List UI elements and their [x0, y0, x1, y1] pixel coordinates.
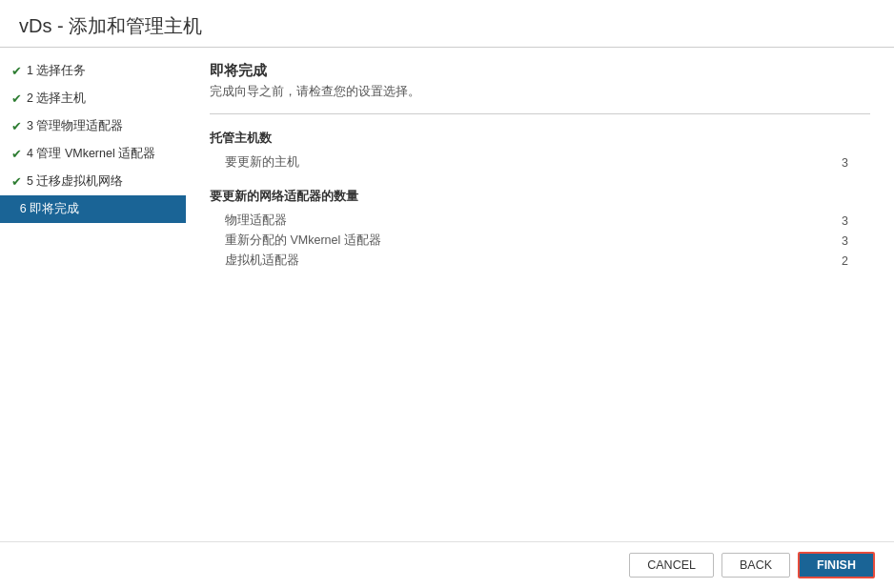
info-group-title-2: 要更新的网络适配器的数量 — [210, 188, 870, 205]
section-subtitle: 完成向导之前，请检查您的设置选择。 — [210, 84, 870, 100]
check-icon-1: ✔ — [11, 64, 22, 78]
sidebar-item-label-6: 6 即将完成 — [20, 201, 176, 217]
page-title: vDs - 添加和管理主机 — [19, 13, 875, 39]
footer: CANCEL BACK FINISH — [0, 541, 894, 588]
sidebar-item-label-1: 1 选择任务 — [27, 63, 176, 79]
info-row-label-1-1: 要更新的主机 — [225, 154, 842, 171]
section-title: 即将完成 — [210, 62, 870, 80]
sidebar-item-4[interactable]: ✔ 4 管理 VMkernel 适配器 — [0, 140, 186, 168]
sidebar-item-2[interactable]: ✔ 2 选择主机 — [0, 85, 186, 112]
info-group-1: 托管主机数 要更新的主机 3 — [210, 130, 870, 172]
check-icon-3: ✔ — [11, 119, 22, 133]
sidebar-item-label-4: 4 管理 VMkernel 适配器 — [27, 146, 176, 162]
sidebar-item-5[interactable]: ✔ 5 迁移虚拟机网络 — [0, 168, 186, 195]
info-row-value-2-1: 3 — [842, 214, 870, 228]
check-icon-6 — [11, 202, 15, 216]
check-icon-4: ✔ — [11, 147, 22, 161]
page-header: vDs - 添加和管理主机 — [0, 0, 894, 48]
section-divider — [210, 113, 870, 114]
main-content: ✔ 1 选择任务 ✔ 2 选择主机 ✔ 3 管理物理适配器 ✔ 4 管理 VMk… — [0, 48, 894, 541]
info-row-1-1: 要更新的主机 3 — [210, 152, 870, 172]
info-row-label-2-1: 物理适配器 — [225, 213, 842, 229]
content-area: 即将完成 完成向导之前，请检查您的设置选择。 托管主机数 要更新的主机 3 要更… — [186, 48, 894, 541]
info-group-2: 要更新的网络适配器的数量 物理适配器 3 重新分配的 VMkernel 适配器 … — [210, 188, 870, 271]
info-row-value-2-3: 2 — [842, 254, 870, 268]
info-row-label-2-2: 重新分配的 VMkernel 适配器 — [225, 233, 842, 249]
info-row-value-2-2: 3 — [842, 234, 870, 248]
sidebar: ✔ 1 选择任务 ✔ 2 选择主机 ✔ 3 管理物理适配器 ✔ 4 管理 VMk… — [0, 48, 186, 541]
sidebar-item-label-3: 3 管理物理适配器 — [27, 118, 176, 134]
check-icon-5: ✔ — [11, 174, 22, 189]
sidebar-item-label-5: 5 迁移虚拟机网络 — [27, 173, 176, 190]
check-icon-2: ✔ — [11, 91, 22, 106]
info-row-2-2: 重新分配的 VMkernel 适配器 3 — [210, 231, 870, 251]
info-row-2-1: 物理适配器 3 — [210, 211, 870, 231]
info-row-value-1-1: 3 — [842, 156, 870, 170]
info-group-title-1: 托管主机数 — [210, 130, 870, 147]
back-button[interactable]: BACK — [721, 553, 790, 578]
sidebar-item-6[interactable]: 6 即将完成 — [0, 195, 186, 223]
sidebar-item-3[interactable]: ✔ 3 管理物理适配器 — [0, 112, 186, 140]
info-row-label-2-3: 虚拟机适配器 — [225, 253, 842, 269]
info-row-2-3: 虚拟机适配器 2 — [210, 251, 870, 271]
sidebar-item-1[interactable]: ✔ 1 选择任务 — [0, 57, 186, 85]
sidebar-item-label-2: 2 选择主机 — [27, 91, 176, 107]
page-container: vDs - 添加和管理主机 ✔ 1 选择任务 ✔ 2 选择主机 ✔ 3 管理物理… — [0, 0, 894, 588]
finish-button[interactable]: FINISH — [798, 552, 875, 578]
cancel-button[interactable]: CANCEL — [629, 553, 714, 578]
